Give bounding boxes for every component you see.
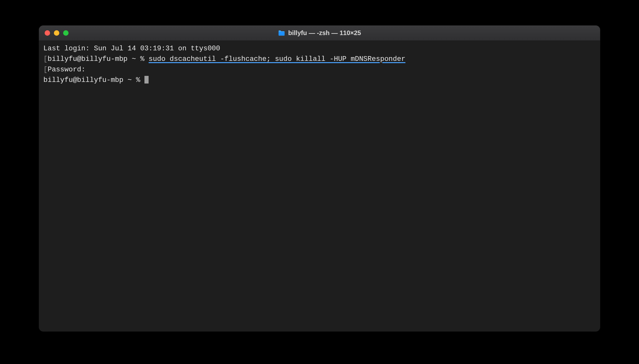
terminal-line-password: [Password:: [43, 64, 596, 75]
bracket-open: [: [43, 55, 48, 63]
traffic-lights: [45, 30, 69, 36]
bracket-open: [: [43, 66, 48, 74]
window-title: billyfu — -zsh — 110×25: [288, 29, 361, 37]
prompt: billyfu@billyfu-mbp ~ %: [43, 76, 144, 84]
terminal-line-last-login: Last login: Sun Jul 14 03:19:31 on ttys0…: [43, 43, 596, 54]
window-title-container: billyfu — -zsh — 110×25: [278, 29, 361, 37]
terminal-body[interactable]: Last login: Sun Jul 14 03:19:31 on ttys0…: [39, 41, 600, 331]
prompt: billyfu@billyfu-mbp ~ %: [48, 55, 149, 63]
password-prompt: Password:: [48, 66, 85, 74]
title-bar[interactable]: billyfu — -zsh — 110×25: [39, 25, 600, 41]
cursor: [144, 76, 149, 84]
maximize-button[interactable]: [63, 30, 69, 36]
terminal-window: billyfu — -zsh — 110×25 Last login: Sun …: [39, 25, 600, 331]
minimize-button[interactable]: [54, 30, 59, 36]
folder-icon: [278, 30, 285, 36]
terminal-line-current-prompt: billyfu@billyfu-mbp ~ %: [43, 75, 596, 85]
terminal-line-command: [billyfu@billyfu-mbp ~ % sudo dscacheuti…: [43, 54, 596, 64]
entered-command: sudo dscacheutil -flushcache; sudo killa…: [149, 55, 405, 63]
close-button[interactable]: [45, 30, 50, 36]
